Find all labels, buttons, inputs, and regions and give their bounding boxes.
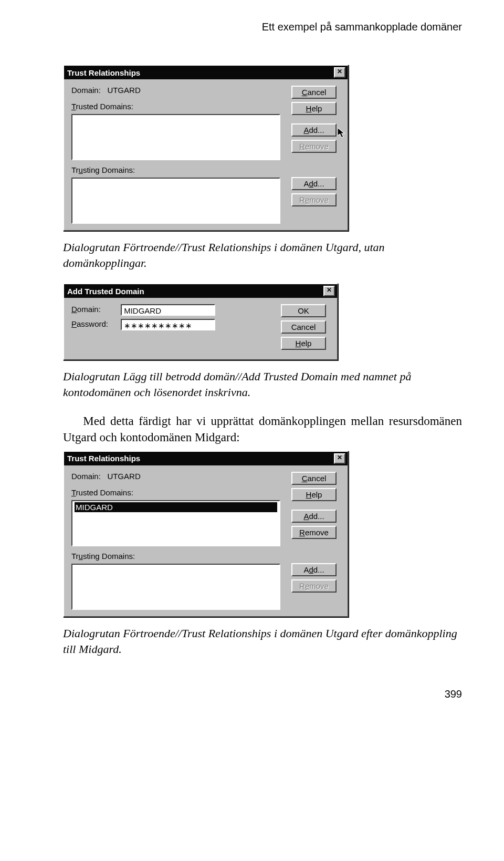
titlebar: Trust Relationships ✕ — [64, 452, 348, 465]
titlebar: Add Trusted Domain ✕ — [64, 284, 337, 298]
caption-2: Dialogrutan Lägg till betrodd domän//Add… — [63, 369, 462, 400]
titlebar: Trust Relationships ✕ — [64, 66, 348, 79]
trusted-domains-list[interactable] — [71, 114, 280, 160]
screenshot-add-trusted: Add Trusted Domain ✕ Domain: MIDGARD Pas… — [63, 283, 462, 360]
caption-3: Dialogrutan Förtroende//Trust Relationsh… — [63, 626, 462, 657]
trusted-domains-label: rusted Domains: — [76, 102, 133, 111]
window-title: Trust Relationships — [67, 68, 140, 77]
domain-label: Domain: — [71, 86, 101, 95]
body-paragraph: Med detta färdigt har vi upprättat domän… — [63, 413, 462, 445]
screenshot-trust-empty: Trust Relationships ✕ Domain: UTGARD Can… — [63, 65, 462, 231]
ok-button[interactable]: OK — [281, 304, 326, 317]
close-icon[interactable]: ✕ — [334, 453, 345, 464]
help-button[interactable]: Help — [291, 102, 337, 115]
domain-value: UTGARD — [107, 472, 140, 481]
page-number: 399 — [63, 688, 462, 700]
remove-trusting-button: Remove — [291, 579, 337, 593]
svg-marker-0 — [338, 128, 344, 138]
add-trusting-button[interactable]: Add... — [291, 563, 337, 576]
domain-input[interactable]: MIDGARD — [121, 304, 215, 316]
help-button[interactable]: Help — [291, 488, 337, 501]
page-header: Ett exempel på sammankopplade domäner — [63, 21, 462, 33]
trusting-domains-list[interactable] — [71, 178, 280, 224]
cancel-button[interactable]: Cancel — [291, 86, 337, 99]
password-input[interactable]: ∗∗∗∗∗∗∗∗∗∗ — [121, 319, 215, 330]
domain-label: Domain: — [71, 472, 101, 481]
help-button[interactable]: Help — [281, 337, 326, 350]
screenshot-trust-linked: Trust Relationships ✕ Domain: UTGARD Can… — [63, 451, 462, 617]
list-item[interactable]: MIDGARD — [75, 502, 277, 512]
window-title: Add Trusted Domain — [67, 287, 144, 296]
trusting-domains-label: sting Domains: — [83, 165, 135, 174]
cancel-button[interactable]: Cancel — [281, 320, 326, 334]
trusted-domains-label: rusted Domains: — [76, 488, 133, 497]
domain-value: UTGARD — [107, 86, 140, 95]
trusting-domains-list[interactable] — [71, 564, 280, 610]
trusting-domains-label: sting Domains: — [83, 552, 135, 561]
trusted-domains-list[interactable]: MIDGARD — [71, 500, 280, 546]
remove-trusting-button: Remove — [291, 193, 337, 206]
add-trusted-button[interactable]: Add... — [291, 510, 337, 523]
caption-1: Dialogrutan Förtroende//Trust Relationsh… — [63, 240, 462, 271]
window-title: Trust Relationships — [67, 454, 140, 463]
add-trusting-button[interactable]: Add... — [291, 177, 337, 190]
close-icon[interactable]: ✕ — [323, 286, 335, 296]
add-trusted-button[interactable]: Add... — [291, 123, 337, 137]
cancel-button[interactable]: Cancel — [291, 472, 337, 485]
remove-trusted-button[interactable]: Remove — [291, 526, 337, 539]
remove-trusted-button: Remove — [291, 140, 337, 153]
close-icon[interactable]: ✕ — [334, 67, 345, 78]
